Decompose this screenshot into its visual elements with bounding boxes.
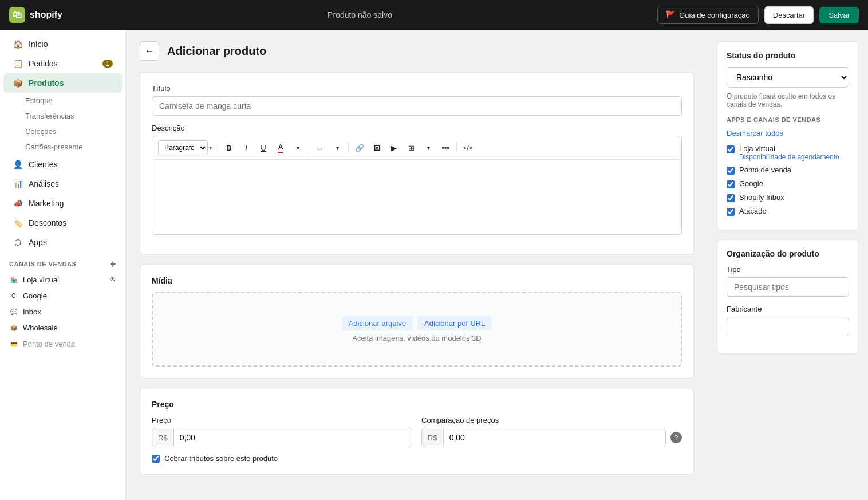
loja-icon: 🏪 [9,275,18,284]
channel-pdv-info: Ponto de venda [739,166,791,174]
channel-shopify-inbox-info: Shopify Inbox [739,193,784,202]
add-channel-button[interactable]: + [110,259,116,269]
underline-button[interactable]: U [255,140,271,156]
channel-item-wholesale[interactable]: 📦 Wholesale [0,320,125,336]
status-select[interactable]: Rascunho Ativo [727,67,849,88]
comparacao-input[interactable] [444,428,665,447]
sidebar-item-colecoes[interactable]: Coleções [25,124,125,139]
price-title: Preço [152,400,682,409]
organization-card: Organização do produto Tipo Fabricante [717,239,859,354]
video-button[interactable]: ▶ [386,140,402,156]
channels-section-header: Canais de vendas + [0,252,125,271]
topbar: 🛍 shopify Produto não salvo 🚩 Guia de co… [0,0,868,30]
sidebar-item-clientes[interactable]: 👤 Clientes [3,155,122,174]
align-button[interactable]: ≡ [312,140,328,156]
bold-button[interactable]: B [221,140,237,156]
fabricante-group: Fabricante [727,305,849,336]
media-actions: Adicionar arquivo Adicionar por URL [164,316,669,330]
table-chevron[interactable]: ▾ [420,140,436,156]
add-url-button[interactable]: Adicionar por URL [417,316,492,330]
channel-item-loja[interactable]: 🏪 Loja virtual 👁 [0,271,125,288]
sidebar-item-apps[interactable]: ⬡ Apps [3,233,122,252]
rte-toolbar: Parágrafo ▾ B I U A ▾ ≡ ▾ 🔗 [152,136,681,160]
channel-loja-row: Loja virtual Disponibilidade de agendame… [727,144,849,161]
channel-loja-sub-link[interactable]: Disponibilidade de agendamento [739,153,839,161]
sidebar-item-transferencias[interactable]: Transferências [25,108,125,124]
save-button[interactable]: Salvar [819,7,859,23]
deselect-all-link[interactable]: Desmarcar todos [727,129,783,137]
sidebar-item-descontos[interactable]: 🏷️ Descontos [3,213,122,233]
channel-loja-checkbox[interactable] [727,145,735,153]
code-button[interactable]: </> [460,140,476,156]
channel-item-pdv[interactable]: 💳 Ponto de venda [0,336,125,352]
tipo-input[interactable] [727,277,849,297]
link-button[interactable]: 🔗 [352,140,368,156]
orders-icon: 📋 [13,58,23,69]
sidebar-item-analises[interactable]: 📊 Análises [3,174,122,194]
channel-shopify-inbox-row: Shopify Inbox [727,193,849,202]
titulo-label: Título [152,84,682,93]
config-guide-button[interactable]: 🚩 Guia de configuração [657,6,759,24]
sidebar-item-produtos[interactable]: 📦 Produtos [3,73,122,93]
sidebar-item-label: Descontos [29,218,66,227]
media-title: Mídia [152,276,682,285]
apps-section-label: APPS E CANAIS DE VENDAS [727,116,849,123]
topbar-center-text: Produto não salvo [72,10,648,19]
channel-pdv-checkbox[interactable] [727,167,735,175]
back-button[interactable]: ← [140,41,159,61]
channel-atacado-info: Atacado [739,207,767,215]
paragraph-select[interactable]: Parágrafo [158,140,208,155]
sidebar-item-label: Apps [29,238,47,247]
align-chevron[interactable]: ▾ [329,140,345,156]
sidebar-item-estoque[interactable]: Estoque [25,93,125,108]
sidebar-item-pedidos[interactable]: 📋 Pedidos 1 [3,54,122,73]
channel-google-row: Google [727,179,849,188]
tax-checkbox[interactable] [152,455,160,463]
channels-section-title: Canais de vendas + [9,259,116,269]
add-file-button[interactable]: Adicionar arquivo [342,316,413,330]
toolbar-separator-3 [348,142,349,153]
channel-atacado-checkbox[interactable] [727,208,735,216]
rte-editor: Parágrafo ▾ B I U A ▾ ≡ ▾ 🔗 [152,136,682,235]
sidebar-item-label: Marketing [29,199,64,208]
help-icon[interactable]: ? [670,432,682,443]
sidebar-item-inicio[interactable]: 🏠 Início [3,34,122,54]
channel-label: Wholesale [23,324,58,332]
chevron-down-icon: ▾ [209,144,212,152]
font-color-chevron[interactable]: ▾ [290,140,306,156]
titulo-input[interactable] [152,96,682,116]
tipo-label: Tipo [727,265,849,274]
channel-pdv-row: Ponto de venda [727,166,849,175]
channel-google-info: Google [739,179,763,188]
channel-loja-info: Loja virtual Disponibilidade de agendame… [739,144,839,161]
preco-input[interactable] [174,428,412,447]
fabricante-input[interactable] [727,317,849,336]
table-button[interactable]: ⊞ [403,140,419,156]
preco-field: Preço R$ [152,416,412,447]
sidebar-sub-nav: Estoque Transferências Coleções Cartões-… [0,93,125,155]
main-content: ← Adicionar produto Título Descrição Par… [126,30,708,500]
discounts-icon: 🏷️ [13,218,23,228]
price-card: Preço Preço R$ Comparação de preços R$ [140,388,694,475]
image-button[interactable]: 🖼 [369,140,385,156]
italic-button[interactable]: I [238,140,254,156]
channel-label: Loja virtual [23,275,59,284]
channel-item-inbox[interactable]: 💬 Inbox [0,304,125,320]
channel-item-google[interactable]: G Google [0,288,125,304]
rte-body[interactable] [152,160,681,234]
sidebar-item-cartoes[interactable]: Cartões-presente [25,139,125,155]
more-button[interactable]: ••• [437,140,453,156]
channel-shopify-inbox-checkbox[interactable] [727,194,735,202]
channel-label: Ponto de venda [23,340,75,348]
marketing-icon: 📣 [13,198,23,208]
sidebar-item-label: Produtos [29,78,64,88]
sidebar-item-label: Clientes [29,160,58,169]
sidebar-item-marketing[interactable]: 📣 Marketing [3,194,122,213]
channel-google-checkbox[interactable] [727,180,735,188]
font-color-button[interactable]: A [273,140,289,156]
orders-badge: 1 [102,60,113,68]
comparacao-label: Comparação de preços [421,416,682,424]
discard-button[interactable]: Descartar [764,6,814,24]
media-dropzone[interactable]: Adicionar arquivo Adicionar por URL Acei… [152,292,682,367]
org-title: Organização do produto [727,249,849,258]
